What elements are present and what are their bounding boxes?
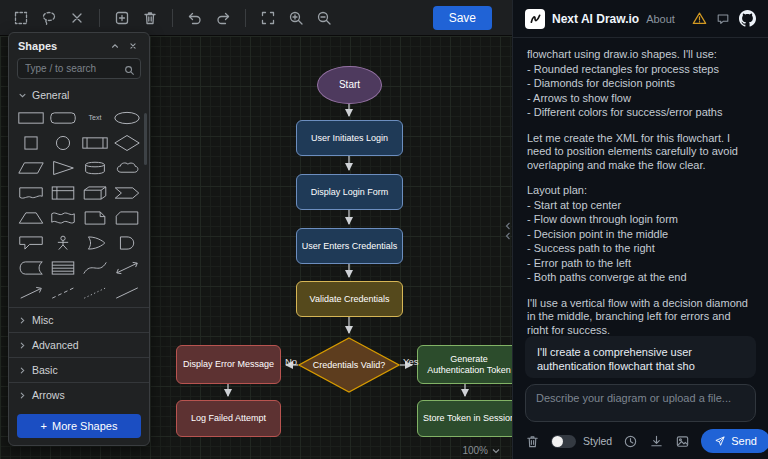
save-button[interactable]: Save xyxy=(433,6,492,30)
shape-diamond[interactable] xyxy=(111,131,143,155)
shape-curve[interactable] xyxy=(79,256,111,280)
clear-chat-icon[interactable] xyxy=(525,434,540,449)
send-button[interactable]: Send xyxy=(701,429,768,453)
shape-callout[interactable] xyxy=(15,231,47,255)
chat-input[interactable] xyxy=(536,389,745,417)
chat-line: - Start at top center xyxy=(527,199,754,213)
chat-line: - Arrows to show flow xyxy=(527,92,754,106)
shape-circle[interactable] xyxy=(47,131,79,155)
node-display-login-form[interactable]: Display Login Form xyxy=(296,174,403,210)
delete-tool-icon[interactable] xyxy=(64,5,90,31)
section-advanced[interactable]: Advanced xyxy=(9,332,149,357)
section-label: Basic xyxy=(32,364,58,376)
shape-process[interactable] xyxy=(79,131,111,155)
shape-document[interactable] xyxy=(15,181,47,205)
shapes-grid: Text xyxy=(9,105,149,307)
node-store-token-session[interactable]: Store Token in Session xyxy=(417,400,512,437)
zoom-level-control[interactable]: 100% xyxy=(462,445,500,456)
chat-line: - Diamonds for decision points xyxy=(527,77,754,91)
node-validate-credentials[interactable]: Validate Credentials xyxy=(296,281,403,317)
shape-step[interactable] xyxy=(111,181,143,205)
shape-data-storage[interactable] xyxy=(15,256,47,280)
edge-label-no: No xyxy=(285,356,297,367)
chevron-down-icon xyxy=(492,448,500,454)
section-basic[interactable]: Basic xyxy=(9,357,149,382)
shape-square[interactable] xyxy=(15,131,47,155)
node-label: User Enters Credentials xyxy=(302,241,398,252)
chat-line: flowchart using draw.io shapes. I'll use… xyxy=(527,48,754,62)
chevron-right-icon xyxy=(18,316,27,325)
shape-dotted-line[interactable] xyxy=(79,281,111,305)
warning-icon[interactable] xyxy=(692,11,707,26)
shape-text[interactable]: Text xyxy=(79,106,111,130)
github-icon[interactable] xyxy=(739,10,756,27)
node-label: Store Token in Session xyxy=(423,413,512,424)
chat-line: - Decision point in the middle xyxy=(527,228,754,242)
shape-arrow[interactable] xyxy=(15,281,47,305)
fit-view-icon[interactable] xyxy=(255,5,281,31)
shape-line[interactable] xyxy=(111,281,143,305)
shape-dashed-line[interactable] xyxy=(47,281,79,305)
shape-rectangle[interactable] xyxy=(15,106,47,130)
chat-line: Layout plan: xyxy=(527,184,754,198)
node-display-error-message[interactable]: Display Error Message xyxy=(176,345,281,384)
search-icon xyxy=(124,62,135,73)
node-user-enters-credentials[interactable]: User Enters Credentials xyxy=(296,228,403,264)
feedback-icon[interactable] xyxy=(716,12,730,26)
panel-scrollbar[interactable] xyxy=(144,113,147,165)
about-link[interactable]: About xyxy=(646,13,675,25)
shape-list[interactable] xyxy=(47,256,79,280)
svg-text:Text: Text xyxy=(89,114,102,121)
section-misc[interactable]: Misc xyxy=(9,307,149,332)
add-shape-icon[interactable] xyxy=(109,5,135,31)
chat-messages[interactable]: flowchart using draw.io shapes. I'll use… xyxy=(513,38,768,334)
download-icon[interactable] xyxy=(649,434,664,449)
node-credentials-valid[interactable]: Credentials Valid? xyxy=(298,337,400,393)
styled-toggle[interactable] xyxy=(551,435,576,448)
shape-internal-storage[interactable] xyxy=(47,181,79,205)
section-general[interactable]: General xyxy=(9,85,149,105)
panel-resize-handle[interactable] xyxy=(504,216,512,246)
history-icon[interactable] xyxy=(623,434,638,449)
collapse-panel-icon[interactable] xyxy=(108,39,122,53)
shape-ellipse[interactable] xyxy=(111,106,143,130)
shape-cube[interactable] xyxy=(79,181,111,205)
zoom-in-icon[interactable] xyxy=(283,5,309,31)
node-log-failed-attempt[interactable]: Log Failed Attempt xyxy=(176,400,281,437)
chevron-right-icon xyxy=(18,341,27,350)
node-start[interactable]: Start xyxy=(317,66,382,104)
select-tool-icon[interactable] xyxy=(8,5,34,31)
chevron-left-icon xyxy=(505,232,511,240)
shape-bidirectional-arrow[interactable] xyxy=(111,256,143,280)
section-arrows[interactable]: Arrows xyxy=(9,382,149,407)
chat-line: - Both paths converge at the end xyxy=(527,271,754,285)
node-label: Validate Credentials xyxy=(310,294,390,305)
shape-rounded-rectangle[interactable] xyxy=(47,106,79,130)
chat-line: Let me create the XML for this flowchart… xyxy=(527,132,754,173)
shape-parallelogram[interactable] xyxy=(15,156,47,180)
undo-icon[interactable] xyxy=(182,5,208,31)
shape-trapezoid[interactable] xyxy=(15,206,47,230)
node-generate-auth-token[interactable]: Generate Authentication Token xyxy=(417,345,512,384)
section-label: Arrows xyxy=(32,389,65,401)
redo-icon[interactable] xyxy=(210,5,236,31)
shape-triangle[interactable] xyxy=(47,156,79,180)
shape-actor[interactable] xyxy=(47,231,79,255)
toolbar-separator xyxy=(245,9,246,27)
close-panel-icon[interactable] xyxy=(126,39,140,53)
shape-search-input[interactable] xyxy=(17,58,141,79)
lasso-tool-icon[interactable] xyxy=(36,5,62,31)
more-shapes-button[interactable]: + More Shapes xyxy=(17,414,141,438)
shape-and[interactable] xyxy=(111,231,143,255)
shape-or[interactable] xyxy=(79,231,111,255)
shape-tape[interactable] xyxy=(47,206,79,230)
shape-card[interactable] xyxy=(111,206,143,230)
shape-cloud[interactable] xyxy=(111,156,143,180)
image-icon[interactable] xyxy=(675,434,690,449)
shape-cylinder[interactable] xyxy=(79,156,111,180)
chat-line: - Success path to the right xyxy=(527,242,754,256)
shape-note[interactable] xyxy=(79,206,111,230)
trash-icon[interactable] xyxy=(137,5,163,31)
zoom-out-icon[interactable] xyxy=(311,5,337,31)
node-user-initiates-login[interactable]: User Initiates Login xyxy=(296,120,403,156)
